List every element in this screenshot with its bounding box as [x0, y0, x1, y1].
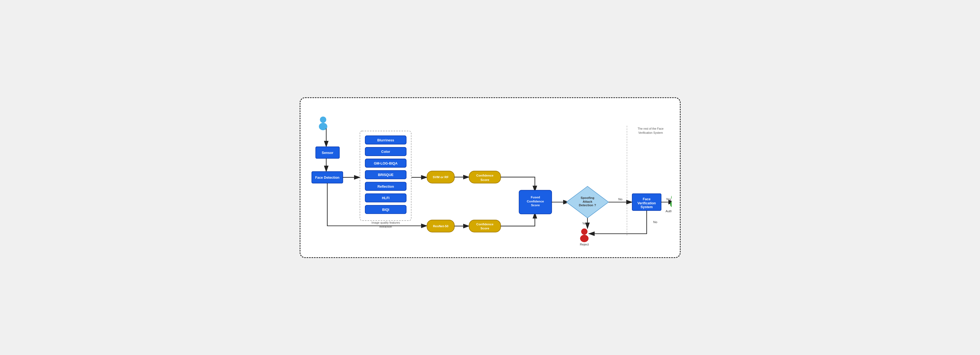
svg-point-28	[671, 194, 672, 200]
hlfi-label: HLFI	[382, 196, 390, 200]
svg-text:Verification System: Verification System	[638, 131, 663, 134]
confidence-score-bottom-box	[469, 220, 501, 232]
blurriness-label: Blurriness	[377, 138, 394, 142]
yes-label: Yes	[666, 197, 671, 201]
yes-spoofing-label: Yes	[582, 222, 587, 225]
spoofing-detection-label: Spoofing	[581, 196, 594, 200]
image-quality-label: Image quality features	[371, 221, 400, 224]
svg-text:Attack: Attack	[582, 200, 592, 203]
svg-text:Detection ?: Detection ?	[579, 203, 596, 207]
biqi-label: BIQI	[382, 208, 389, 211]
reject-label: Reject	[580, 243, 589, 246]
svm-rf-label: SVM or RF	[433, 175, 449, 179]
sensor-label: Sensor	[322, 151, 333, 155]
svg-point-1	[320, 116, 326, 123]
svg-point-29	[670, 200, 672, 208]
confidence-score-top-label: Confidence	[476, 174, 494, 177]
color-label: Color	[381, 150, 390, 154]
svg-text:Verification: Verification	[637, 201, 656, 205]
svg-text:Confidence: Confidence	[527, 199, 544, 203]
confidence-score-bottom-label: Confidence	[476, 222, 494, 225]
svg-text:Score: Score	[531, 203, 540, 207]
diagram-container: Sensor Face Detection Blurriness Color G…	[300, 97, 681, 258]
image-quality-label2: extraction	[379, 225, 392, 228]
no-fv-label: No	[653, 220, 657, 224]
reflection-label: Reflection	[377, 184, 394, 188]
face-verification-label: Face	[643, 197, 651, 201]
svg-text:System: System	[640, 205, 652, 209]
diagram-svg: Sensor Face Detection Blurriness Color G…	[309, 106, 672, 248]
no-label: No	[618, 197, 622, 201]
authenticate-person-icon	[670, 194, 672, 208]
authenticate-label: Authenticate	[665, 209, 672, 213]
fused-confidence-label: Fused	[531, 195, 540, 199]
gm-log-biqa-label: GM-LOG-BIQA	[374, 161, 397, 165]
face-detection-label: Face Detection	[315, 176, 339, 179]
user-person-icon	[319, 116, 327, 130]
svg-text:Score: Score	[480, 226, 489, 230]
svg-point-32	[580, 235, 589, 242]
svg-text:Score: Score	[480, 178, 489, 181]
resnet-label: ResNet-50	[433, 224, 448, 227]
svg-point-31	[581, 228, 587, 235]
rest-of-system-label: The rest of the Face	[638, 127, 663, 130]
reject-person-icon	[580, 228, 589, 242]
brisque-label: BRISQUE	[378, 173, 393, 177]
